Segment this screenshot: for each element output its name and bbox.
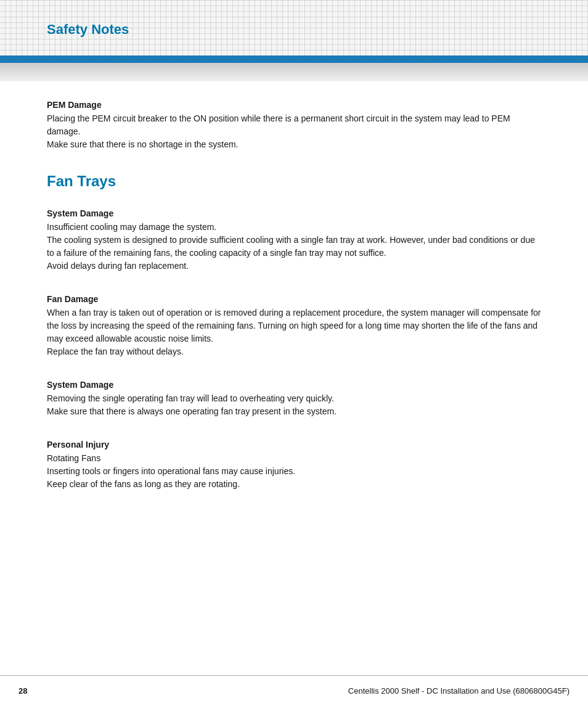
footer-document-title: Centellis 2000 Shelf - DC Installation a… (348, 686, 570, 696)
blue-bar (0, 55, 588, 63)
fan-trays-note-4-title: Personal Injury (47, 440, 541, 449)
fan-trays-note-2-body: When a fan tray is taken out of operatio… (47, 306, 541, 358)
fan-trays-note-1: System Damage Insufficient cooling may d… (47, 208, 541, 273)
page-title: Safety Notes (47, 22, 129, 37)
footer-page-number: 28 (18, 686, 27, 696)
page-footer: 28 Centellis 2000 Shelf - DC Installatio… (0, 675, 588, 706)
fan-trays-note-2-title: Fan Damage (47, 294, 541, 304)
pem-note-body: Placing the PEM circuit breaker to the O… (47, 112, 541, 151)
pem-note-title: PEM Damage (47, 100, 541, 110)
page-title-container: Safety Notes (47, 22, 129, 38)
fan-trays-note-4-body: Rotating Fans Inserting tools or fingers… (47, 452, 541, 491)
fan-trays-note-1-body: Insufficient cooling may damage the syst… (47, 221, 541, 273)
fan-trays-note-3-body: Removing the single operating fan tray w… (47, 392, 541, 418)
top-pattern-area: Safety Notes (0, 0, 588, 55)
fan-trays-heading: Fan Trays (47, 173, 541, 190)
fan-trays-note-2: Fan Damage When a fan tray is taken out … (47, 294, 541, 358)
gray-bar (0, 63, 588, 81)
fan-trays-note-3: System Damage Removing the single operat… (47, 380, 541, 418)
main-content: PEM Damage Placing the PEM circuit break… (0, 81, 588, 562)
fan-trays-note-4: Personal Injury Rotating Fans Inserting … (47, 440, 541, 491)
fan-trays-note-3-title: System Damage (47, 380, 541, 390)
pem-section: PEM Damage Placing the PEM circuit break… (47, 100, 541, 151)
fan-trays-note-1-title: System Damage (47, 208, 541, 218)
